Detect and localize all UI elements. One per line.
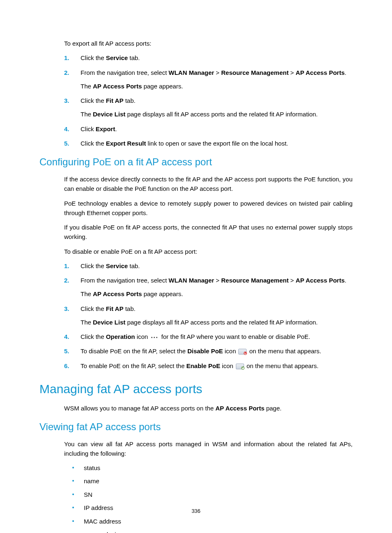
step-text: Click the Service tab. <box>81 262 140 269</box>
poe-para: If the access device directly connects t… <box>64 174 353 194</box>
step-sub: The AP Access Ports page appears. <box>81 81 353 91</box>
step-text: From the navigation tree, select WLAN Ma… <box>81 69 346 76</box>
step-sub: The Device List page displays all fit AP… <box>81 109 353 119</box>
list-item: Click the Operation icon for the fit AP … <box>64 332 353 341</box>
intro-block: To export all fit AP access ports: Click… <box>64 39 353 148</box>
more-dots-icon <box>150 335 159 339</box>
attribute-list: status name SN IP address MAC address ac… <box>72 463 353 533</box>
fat-para: WSM allows you to manage fat AP access p… <box>64 403 353 413</box>
heading-managing-fat-ap: Managing fat AP access ports <box>39 382 353 396</box>
list-item: MAC address <box>72 517 353 526</box>
step-text: Click the Fit AP tab. <box>81 305 136 312</box>
intro-lead: To export all fit AP access ports: <box>64 39 353 48</box>
step-sub: The Device List page displays all fit AP… <box>81 317 353 327</box>
list-item: Click the Service tab. <box>64 261 353 271</box>
document-page: To export all fit AP access ports: Click… <box>0 0 392 533</box>
poe-steps: Click the Service tab. From the navigati… <box>64 261 353 371</box>
list-item: From the navigation tree, select WLAN Ma… <box>64 68 353 91</box>
step-text: Click the Export Result link to open or … <box>81 140 288 147</box>
view-para: You can view all fat AP access ports man… <box>64 439 353 459</box>
poe-para: PoE technology enables a device to remot… <box>64 199 353 218</box>
list-item: To disable PoE on the fit AP, select the… <box>64 346 353 356</box>
list-item: From the navigation tree, select WLAN Ma… <box>64 276 353 299</box>
export-steps: Click the Service tab. From the navigati… <box>64 53 353 148</box>
step-text: From the navigation tree, select WLAN Ma… <box>81 277 346 284</box>
step-text: Click Export. <box>81 125 117 132</box>
enable-poe-icon <box>236 364 244 369</box>
list-item: Click the Fit AP tab. The Device List pa… <box>64 304 353 327</box>
fat-intro: WSM allows you to manage fat AP access p… <box>64 403 353 413</box>
list-item: Click the Export Result link to open or … <box>64 139 353 148</box>
list-item: To enable PoE on the fit AP, select the … <box>64 361 353 371</box>
poe-para: If you disable PoE on fit AP access port… <box>64 222 353 242</box>
list-item: SN <box>72 490 353 500</box>
list-item: Click the Fit AP tab. The Device List pa… <box>64 96 353 119</box>
disable-poe-icon <box>238 349 247 355</box>
step-text: Click the Service tab. <box>81 54 140 61</box>
step-text: To enable PoE on the fit AP, select the … <box>81 362 318 369</box>
poe-lead: To disable or enable PoE on a fit AP acc… <box>64 247 353 256</box>
list-item: status <box>72 463 353 473</box>
page-number: 336 <box>0 508 392 514</box>
view-block: You can view all fat AP access ports man… <box>64 439 353 533</box>
poe-block: If the access device directly connects t… <box>64 174 353 371</box>
step-text: To disable PoE on the fit AP, select the… <box>81 348 321 355</box>
heading-viewing-fat-ap: Viewing fat AP access ports <box>39 421 353 433</box>
step-text: Click the Fit AP tab. <box>81 97 136 104</box>
list-item: name <box>72 477 353 486</box>
list-item: Click the Service tab. <box>64 53 353 63</box>
step-text: Click the Operation icon for the fit AP … <box>81 333 310 340</box>
list-item: access device <box>72 530 353 533</box>
heading-config-poe: Configuring PoE on a fit AP access port <box>39 156 353 168</box>
step-sub: The AP Access Ports page appears. <box>81 289 353 299</box>
list-item: Click Export. <box>64 124 353 134</box>
